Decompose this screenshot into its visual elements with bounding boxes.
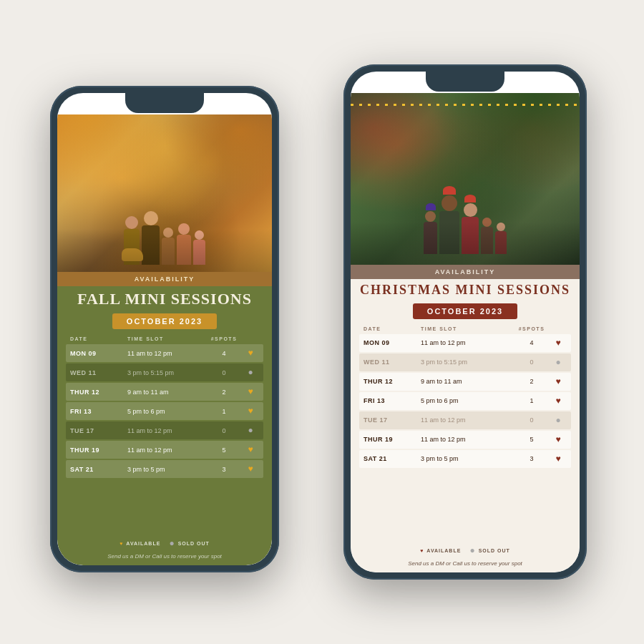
schedule-row-christmas: THUR 12 9 am to 11 am 2 ♥ — [359, 373, 571, 391]
date-col: SAT 21 — [364, 455, 421, 462]
spots-col: 4 — [514, 339, 550, 346]
status-icon: ♥ — [550, 454, 567, 464]
spots-col: 1 — [206, 408, 242, 415]
time-col: 9 am to 11 am — [127, 389, 206, 396]
time-col: 11 am to 12 pm — [127, 447, 206, 454]
status-icon: ● — [550, 357, 567, 368]
legend-heart-christmas: ♥ — [420, 548, 424, 553]
date-col: MON 09 — [364, 339, 421, 346]
phones-container: AVAILABILITY FALL MINI SESSIONS OCTOBER … — [36, 29, 608, 615]
christmas-rows: MON 09 11 am to 12 pm 4 ♥ WED 11 3 pm to… — [359, 334, 571, 468]
spots-col: 3 — [514, 455, 550, 462]
availability-badge-christmas: AVAILABILITY — [351, 265, 580, 279]
legend-soldout-fall: SOLD OUT — [178, 541, 210, 546]
legend-available-christmas: AVAILABLE — [426, 548, 461, 553]
time-col: 3 pm to 5 pm — [421, 455, 514, 462]
time-col: 11 am to 12 pm — [421, 339, 514, 346]
spots-col: 2 — [206, 389, 242, 396]
legend-soldout-christmas: SOLD OUT — [479, 548, 510, 553]
date-col: THUR 19 — [70, 447, 127, 454]
time-col: 3 pm to 5 pm — [127, 466, 206, 473]
date-col: WED 11 — [364, 358, 421, 366]
schedule-row-fall: MON 09 11 am to 12 pm 4 ♥ — [66, 344, 263, 362]
status-icon: ♥ — [242, 386, 259, 397]
status-icon: ♥ — [242, 464, 259, 474]
schedule-header-christmas: DATE TIME SLOT #SPOTS — [359, 323, 571, 334]
notch-christmas — [426, 72, 504, 92]
col-spots-fall: #SPOTS — [206, 336, 242, 341]
status-icon: ♥ — [550, 376, 567, 387]
legend-dot-christmas: ● — [469, 545, 475, 555]
time-col: 11 am to 12 pm — [421, 436, 514, 443]
footer-christmas: Send us a DM or Call us to reserve your … — [351, 558, 580, 572]
status-icon: ♥ — [242, 444, 259, 455]
date-col: THUR 19 — [364, 436, 421, 443]
spots-col: 4 — [206, 350, 242, 357]
schedule-row-christmas: WED 11 3 pm to 5:15 pm 0 ● — [359, 353, 571, 371]
schedule-row-fall: WED 11 3 pm to 5:15 pm 0 ● — [66, 364, 263, 381]
spots-col: 5 — [514, 436, 550, 443]
status-icon: ● — [242, 425, 259, 436]
status-icon: ● — [242, 367, 259, 378]
schedule-row-christmas: THUR 19 11 am to 12 pm 5 ♥ — [359, 431, 571, 449]
col-date-christmas: DATE — [364, 326, 421, 331]
date-col: FRI 13 — [70, 408, 127, 415]
schedule-row-fall: FRI 13 5 pm to 6 pm 1 ♥ — [66, 402, 263, 420]
time-col: 11 am to 12 pm — [127, 350, 206, 357]
time-col: 9 am to 11 am — [421, 378, 514, 385]
status-icon: ♥ — [550, 338, 567, 348]
date-col: SAT 21 — [70, 466, 127, 473]
spots-col: 3 — [206, 466, 242, 473]
phone-fall: AVAILABILITY FALL MINI SESSIONS OCTOBER … — [50, 86, 279, 572]
fall-rows: MON 09 11 am to 12 pm 4 ♥ WED 11 3 pm to… — [66, 344, 263, 478]
schedule-fall: DATE TIME SLOT #SPOTS MON 09 11 am to 12… — [57, 333, 272, 534]
schedule-row-fall: SAT 21 3 pm to 5 pm 3 ♥ — [66, 460, 263, 478]
legend-dot-fall: ● — [169, 538, 175, 548]
spots-col: 0 — [514, 358, 550, 366]
time-col: 3 pm to 5:15 pm — [421, 358, 514, 366]
date-col: THUR 12 — [364, 378, 421, 385]
availability-badge-fall: AVAILABILITY — [57, 272, 272, 286]
legend-available-fall: AVAILABLE — [126, 541, 160, 546]
legend-fall: ♥ AVAILABLE ● SOLD OUT — [57, 534, 272, 551]
schedule-row-christmas: SAT 21 3 pm to 5 pm 3 ♥ — [359, 450, 571, 468]
schedule-row-christmas: TUE 17 11 am to 12 pm 0 ● — [359, 411, 571, 429]
schedule-header-fall: DATE TIME SLOT #SPOTS — [66, 333, 263, 344]
phone-christmas: AVAILABILITY CHRISTMAS MINI SESSIONS OCT… — [343, 64, 587, 580]
spots-col: 5 — [206, 447, 242, 454]
col-time-fall: TIME SLOT — [127, 336, 206, 341]
status-icon: ♥ — [242, 406, 259, 416]
month-badge-christmas: OCTOBER 2023 — [413, 303, 517, 319]
status-icon: ● — [550, 415, 567, 426]
spots-col: 1 — [514, 397, 550, 404]
legend-heart-fall: ♥ — [119, 541, 123, 546]
schedule-row-christmas: FRI 13 5 pm to 6 pm 1 ♥ — [359, 392, 571, 410]
col-date-fall: DATE — [70, 336, 127, 341]
legend-christmas: ♥ AVAILABLE ● SOLD OUT — [351, 541, 580, 558]
date-col: THUR 12 — [70, 389, 127, 396]
session-title-fall: FALL MINI SESSIONS — [57, 286, 272, 311]
date-col: MON 09 — [70, 350, 127, 357]
schedule-row-fall: THUR 12 9 am to 11 am 2 ♥ — [66, 383, 263, 401]
photo-area-christmas — [351, 93, 580, 265]
spots-col: 2 — [514, 378, 550, 385]
col-spots-christmas: #SPOTS — [514, 326, 550, 331]
spots-col: 0 — [206, 427, 242, 434]
schedule-row-christmas: MON 09 11 am to 12 pm 4 ♥ — [359, 334, 571, 352]
time-col: 5 pm to 6 pm — [421, 397, 514, 404]
date-col: FRI 13 — [364, 397, 421, 404]
spots-col: 0 — [514, 416, 550, 424]
col-time-christmas: TIME SLOT — [421, 326, 514, 331]
time-col: 11 am to 12 pm — [127, 427, 206, 434]
notch-fall — [125, 93, 204, 113]
spots-col: 0 — [206, 369, 242, 376]
date-col: TUE 17 — [364, 416, 421, 424]
footer-fall: Send us a DM or Call us to reserve your … — [57, 551, 272, 565]
status-icon: ♥ — [242, 348, 259, 358]
date-col: TUE 17 — [70, 427, 127, 434]
schedule-row-fall: TUE 17 11 am to 12 pm 0 ● — [66, 421, 263, 439]
time-col: 5 pm to 6 pm — [127, 408, 206, 415]
photo-area-fall — [57, 114, 272, 272]
schedule-row-fall: THUR 19 11 am to 12 pm 5 ♥ — [66, 441, 263, 459]
status-icon: ♥ — [550, 396, 567, 406]
